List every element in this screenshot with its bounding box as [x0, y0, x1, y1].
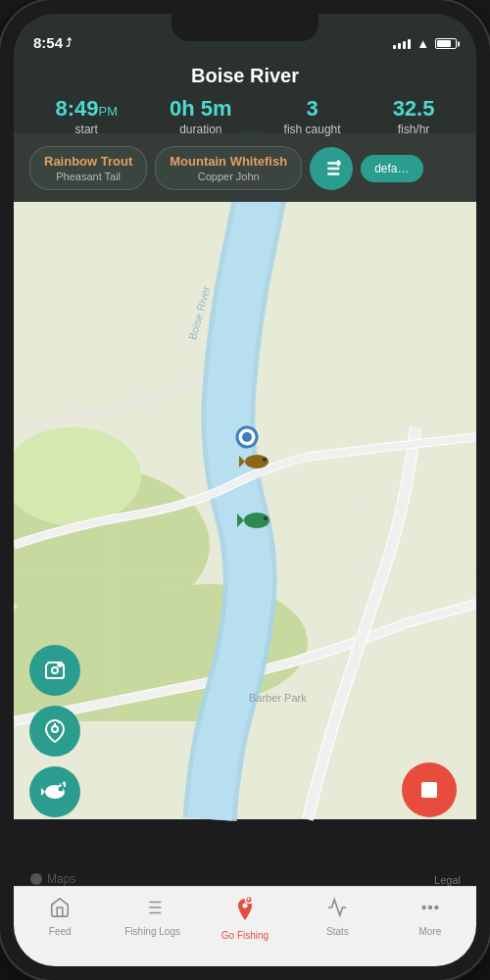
tab-bar: Feed Fishing Logs: [14, 886, 476, 966]
apple-maps-label: Maps: [29, 872, 75, 886]
legal-label[interactable]: Legal: [434, 874, 461, 886]
tab-go-fishing-label: Go Fishing: [221, 930, 269, 941]
tab-feed[interactable]: Feed: [14, 895, 106, 937]
stat-fish-rate-value: 32.5: [393, 97, 435, 121]
tab-go-fishing-icon: +: [232, 897, 258, 926]
phone-screen: 8:54 ⤴ ▲ Boise River: [14, 14, 476, 966]
svg-point-23: [263, 458, 267, 462]
fish-tag-1-name: Mountain Whitefish: [170, 154, 287, 169]
stat-duration: 0h 5m duration: [170, 97, 232, 136]
stats-row: 8:49PM start 0h 5m duration 3 fish caugh…: [29, 97, 461, 136]
svg-point-53: [435, 906, 438, 909]
svg-point-41: [30, 873, 42, 885]
tab-stats-label: Stats: [326, 926, 349, 937]
log-fish-button[interactable]: +: [29, 766, 80, 817]
svg-point-26: [264, 516, 268, 520]
tab-fishing-logs[interactable]: Fishing Logs: [106, 895, 198, 937]
signal-bars: [393, 39, 411, 49]
fish-tag-0[interactable]: Rainbow Trout Pheasant Tail: [29, 146, 147, 190]
tags-row: Rainbow Trout Pheasant Tail Mountain Whi…: [29, 146, 461, 190]
river-title: Boise River: [29, 65, 461, 87]
stat-fish-count-value: 3: [284, 97, 341, 121]
fish-tag-1[interactable]: Mountain Whitefish Copper John: [155, 146, 302, 190]
stat-fish-rate-label: fish/hr: [393, 122, 435, 136]
phone-frame: 8:54 ⤴ ▲ Boise River: [0, 0, 490, 980]
fish-tag-0-name: Rainbow Trout: [44, 154, 132, 169]
tab-go-fishing[interactable]: + Go Fishing: [199, 895, 291, 941]
photo-button[interactable]: +: [29, 645, 80, 696]
svg-text:+: +: [247, 897, 251, 903]
status-icons: ▲: [393, 36, 457, 51]
location-arrow-icon: ⤴: [66, 36, 72, 50]
status-time: 8:54 ⤴: [33, 34, 72, 51]
map-controls: +: [29, 645, 80, 817]
stat-duration-value: 0h 5m: [170, 97, 232, 121]
svg-line-33: [59, 722, 60, 724]
stat-start: 8:49PM start: [55, 97, 118, 136]
app-header: Boise River 8:49PM start 0h 5m duration …: [14, 57, 476, 202]
svg-text:Barber Park: Barber Park: [249, 692, 307, 704]
svg-point-51: [422, 906, 425, 909]
battery-icon: [435, 38, 457, 49]
svg-point-24: [244, 513, 270, 528]
tab-fishing-logs-icon: [142, 897, 164, 922]
svg-point-21: [245, 455, 269, 468]
notch: [172, 14, 318, 41]
tab-more[interactable]: More: [384, 895, 476, 937]
add-tag-button[interactable]: [310, 147, 353, 190]
svg-point-52: [428, 906, 431, 909]
tab-more-label: More: [418, 926, 441, 937]
tab-stats-icon: [326, 897, 348, 922]
tab-stats[interactable]: Stats: [291, 895, 383, 937]
svg-point-27: [52, 667, 58, 673]
default-tag[interactable]: defa…: [361, 155, 422, 182]
tab-feed-label: Feed: [49, 926, 72, 937]
stat-duration-label: duration: [170, 122, 232, 136]
stat-fish-count: 3 fish caught: [284, 97, 341, 136]
stat-start-label: start: [55, 122, 118, 136]
battery-fill: [437, 40, 451, 47]
svg-point-20: [242, 432, 252, 442]
tab-fishing-logs-label: Fishing Logs: [124, 926, 180, 937]
svg-point-48: [243, 904, 248, 908]
stat-fish-rate: 32.5 fish/hr: [393, 97, 435, 136]
stat-start-value: 8:49PM: [55, 97, 118, 121]
fish-tag-1-lure: Copper John: [170, 171, 287, 182]
tab-feed-icon: [49, 897, 71, 922]
svg-text:+: +: [58, 662, 62, 668]
stop-session-button[interactable]: [402, 762, 457, 817]
svg-rect-40: [421, 782, 437, 798]
svg-point-31: [52, 726, 58, 732]
svg-text:+: +: [58, 781, 63, 790]
svg-marker-35: [41, 787, 45, 797]
add-location-button[interactable]: [29, 706, 80, 757]
wifi-icon: ▲: [416, 36, 429, 51]
fish-tag-0-lure: Pheasant Tail: [44, 171, 132, 182]
stat-fish-count-label: fish caught: [284, 122, 341, 136]
tab-more-icon: [419, 897, 441, 922]
